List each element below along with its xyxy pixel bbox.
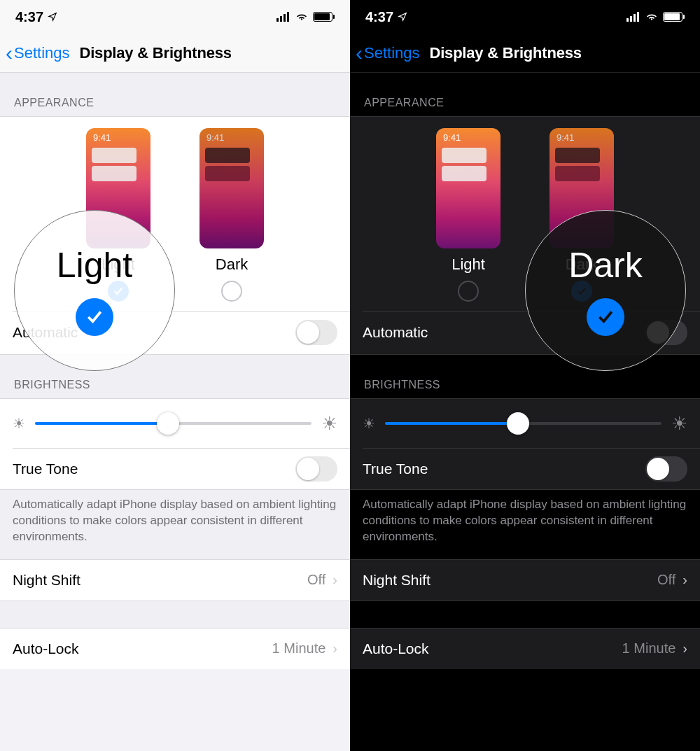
true-tone-label: True Tone	[13, 461, 78, 477]
chevron-right-icon: ›	[682, 572, 687, 588]
svg-rect-2	[284, 14, 286, 22]
brightness-slider[interactable]	[385, 422, 662, 425]
brightness-slider[interactable]	[35, 422, 312, 425]
magnifier-label: Dark	[568, 245, 643, 286]
true-tone-row: True Tone	[350, 449, 700, 489]
appearance-option-light[interactable]: 9:41 Light	[436, 128, 500, 302]
preview-thumbnail-light: 9:41	[436, 128, 500, 248]
magnifier-callout: Light	[14, 210, 175, 371]
settings-pane-dark: 4:37 ‹ Settings Display & Brightness APP…	[350, 0, 700, 751]
chevron-right-icon: ›	[682, 640, 687, 657]
night-shift-row[interactable]: Night Shift Off ›	[350, 560, 700, 601]
auto-lock-value: 1 Minute	[272, 640, 326, 657]
section-header-brightness: BRIGHTNESS	[350, 355, 700, 398]
status-icons	[276, 9, 335, 25]
radio-dark-unselected[interactable]	[221, 281, 242, 302]
night-shift-value: Off	[307, 572, 326, 588]
sun-max-icon: ☀︎	[671, 413, 687, 435]
page-title: Display & Brightness	[80, 44, 232, 62]
wifi-icon	[645, 9, 659, 25]
status-icons	[626, 9, 685, 25]
chevron-left-icon: ‹	[356, 43, 363, 64]
back-button[interactable]: ‹ Settings	[6, 43, 70, 64]
brightness-slider-row: ☀︎ ☀︎	[0, 399, 350, 448]
section-header-brightness: BRIGHTNESS	[0, 355, 350, 398]
location-icon	[48, 9, 57, 25]
night-shift-row[interactable]: Night Shift Off ›	[0, 560, 350, 601]
auto-lock-label: Auto-Lock	[13, 640, 79, 657]
chevron-right-icon: ›	[332, 572, 337, 588]
battery-icon	[663, 12, 685, 22]
magnifier-label: Light	[57, 245, 132, 286]
page-title: Display & Brightness	[430, 44, 582, 62]
svg-rect-7	[637, 12, 639, 22]
section-header-appearance: APPEARANCE	[0, 73, 350, 116]
night-shift-label: Night Shift	[363, 572, 430, 589]
back-label: Settings	[14, 44, 70, 62]
settings-pane-light: 4:37 ‹ Settings Display & Brightness APP…	[0, 0, 350, 751]
auto-lock-label: Auto-Lock	[363, 640, 429, 657]
svg-rect-6	[634, 14, 636, 22]
check-icon	[76, 298, 113, 336]
appearance-dark-label: Dark	[216, 255, 248, 274]
svg-rect-0	[276, 18, 279, 22]
night-shift-label: Night Shift	[13, 572, 80, 589]
nav-bar: ‹ Settings Display & Brightness	[350, 34, 700, 73]
check-icon	[587, 298, 624, 336]
battery-icon	[313, 12, 335, 22]
preview-thumbnail-dark: 9:41	[200, 128, 264, 248]
night-shift-value: Off	[657, 572, 676, 588]
status-time: 4:37	[15, 9, 43, 25]
chevron-right-icon: ›	[332, 640, 337, 657]
status-bar: 4:37	[0, 0, 350, 34]
magnifier-callout: Dark	[525, 210, 686, 371]
svg-rect-4	[626, 18, 629, 22]
auto-lock-value: 1 Minute	[622, 640, 676, 657]
location-icon	[398, 9, 407, 25]
brightness-slider-row: ☀︎ ☀︎	[350, 399, 700, 448]
appearance-option-dark[interactable]: 9:41 Dark	[200, 128, 264, 302]
automatic-switch[interactable]	[295, 320, 337, 345]
back-button[interactable]: ‹ Settings	[356, 43, 420, 64]
radio-light-unselected[interactable]	[458, 281, 479, 302]
nav-bar: ‹ Settings Display & Brightness	[0, 34, 350, 73]
chevron-left-icon: ‹	[6, 43, 13, 64]
sun-min-icon: ☀︎	[363, 415, 375, 432]
true-tone-footer: Automatically adapt iPhone display based…	[0, 490, 350, 559]
wifi-icon	[295, 9, 309, 25]
cellular-icon	[626, 9, 640, 25]
sun-min-icon: ☀︎	[13, 415, 25, 432]
section-header-appearance: APPEARANCE	[350, 73, 700, 116]
status-bar: 4:37	[350, 0, 700, 34]
status-time: 4:37	[365, 9, 393, 25]
svg-rect-1	[280, 16, 282, 22]
true-tone-switch[interactable]	[295, 456, 337, 482]
svg-rect-3	[287, 12, 289, 22]
auto-lock-row[interactable]: Auto-Lock 1 Minute ›	[0, 629, 350, 669]
cellular-icon	[276, 9, 290, 25]
true-tone-switch[interactable]	[645, 456, 687, 482]
true-tone-label: True Tone	[363, 461, 428, 477]
appearance-light-label: Light	[451, 255, 485, 274]
back-label: Settings	[364, 44, 420, 62]
sun-max-icon: ☀︎	[321, 413, 337, 435]
true-tone-row: True Tone	[0, 449, 350, 489]
auto-lock-row[interactable]: Auto-Lock 1 Minute ›	[350, 629, 700, 669]
true-tone-footer: Automatically adapt iPhone display based…	[350, 490, 700, 559]
automatic-label: Automatic	[363, 324, 428, 341]
svg-rect-5	[630, 16, 632, 22]
